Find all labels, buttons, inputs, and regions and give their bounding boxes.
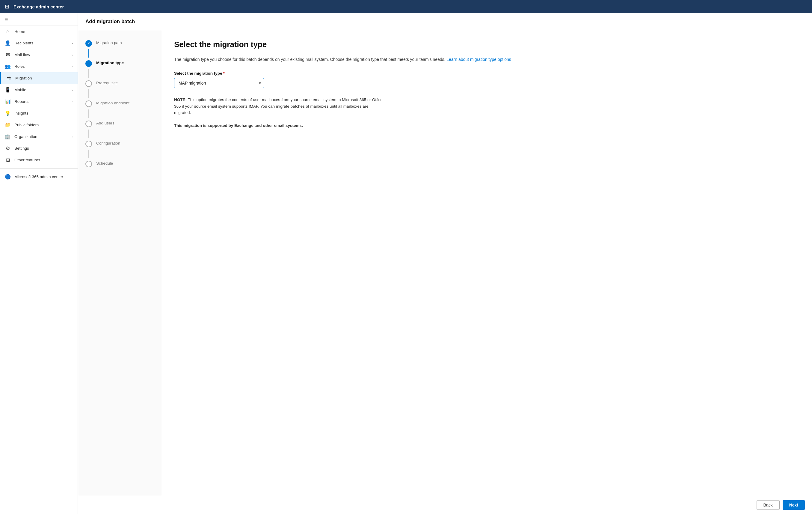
sidebar-label-mobile: Mobile — [14, 87, 68, 92]
wizard-step-migration-type[interactable]: Migration type — [78, 58, 162, 69]
wizard-connector-1 — [88, 69, 89, 78]
wizard-connector-5 — [88, 150, 89, 158]
sidebar-item-mail-flow[interactable]: ✉Mail flow› — [0, 49, 78, 60]
sidebar-collapse-button[interactable]: ≡ — [0, 13, 78, 26]
step-label-migration-path: Migration path — [96, 40, 122, 45]
wizard-step-add-users: Add users — [78, 118, 162, 130]
sidebar-item-other-features[interactable]: ⊞Other features — [0, 154, 78, 166]
step-label-schedule: Schedule — [96, 160, 113, 165]
wizard-step-schedule: Schedule — [78, 158, 162, 170]
migration-type-link[interactable]: Learn about migration type options — [446, 57, 511, 62]
note-footer: This migration is supported by Exchange … — [174, 123, 303, 128]
step-label-migration-type: Migration type — [96, 60, 124, 65]
step-label-migration-endpoint: Migration endpoint — [96, 100, 129, 105]
mail-flow-chevron: › — [71, 53, 73, 57]
modal-header: Add migration batch — [78, 13, 812, 30]
mail-flow-icon: ✉ — [5, 52, 11, 58]
migration-icon: ⇉ — [6, 75, 12, 81]
wizard-step-migration-endpoint: Migration endpoint — [78, 98, 162, 109]
sidebar-label-mail-flow: Mail flow — [14, 52, 68, 57]
migration-type-select-wrapper: IMAP migrationCutover migrationStaged mi… — [174, 78, 264, 88]
step-label-add-users: Add users — [96, 120, 114, 125]
public-folders-icon: 📁 — [5, 122, 11, 128]
mobile-icon: 📱 — [5, 87, 11, 93]
sidebar-label-insights: Insights — [14, 111, 73, 115]
content-heading: Select the migration type — [174, 40, 800, 49]
modal-footer: Back Next — [78, 496, 812, 514]
sidebar: ≡ ⌂Home👤Recipients›✉Mail flow›👥Roles›⇉Mi… — [0, 13, 78, 514]
modal-body: ✓ Migration path Migration type Prerequi… — [78, 30, 812, 496]
sidebar-item-roles[interactable]: 👥Roles› — [0, 60, 78, 72]
reports-icon: 📊 — [5, 99, 11, 104]
sidebar-label-home: Home — [14, 29, 73, 34]
sidebar-label-reports: Reports — [14, 99, 68, 104]
modal-overlay: Add migration batch ✓ Migration path Mig… — [78, 13, 812, 514]
sidebar-label-other-features: Other features — [14, 158, 73, 162]
modal-panel: Add migration batch ✓ Migration path Mig… — [78, 13, 812, 514]
wizard-step-migration-path[interactable]: ✓ Migration path — [78, 37, 162, 49]
step-indicator-migration-type — [85, 60, 92, 67]
sidebar-label-roles: Roles — [14, 64, 68, 69]
modal-title: Add migration batch — [85, 19, 135, 24]
reports-chevron: › — [71, 100, 73, 104]
settings-icon: ⚙ — [5, 145, 11, 151]
sidebar-item-home[interactable]: ⌂Home — [0, 26, 78, 37]
sidebar-label-organization: Organization — [14, 134, 68, 139]
field-label: Select the migration type* — [174, 71, 800, 76]
wizard-connector-0 — [88, 49, 89, 58]
recipients-chevron: › — [71, 42, 73, 45]
sidebar-item-insights[interactable]: 💡Insights — [0, 107, 78, 119]
waffle-icon[interactable]: ⊞ — [4, 2, 10, 11]
migration-type-select[interactable]: IMAP migrationCutover migrationStaged mi… — [174, 78, 264, 88]
next-button[interactable]: Next — [783, 500, 805, 510]
sidebar-item-organization[interactable]: 🏢Organization› — [0, 131, 78, 142]
step-indicator-migration-endpoint — [85, 101, 92, 107]
organization-icon: 🏢 — [5, 134, 11, 139]
organization-chevron: › — [71, 135, 73, 139]
sidebar-label-migration: Migration — [15, 76, 73, 80]
app-title: Exchange admin center — [13, 4, 64, 9]
sidebar-item-mobile[interactable]: 📱Mobile› — [0, 84, 78, 96]
step-indicator-schedule — [85, 161, 92, 167]
wizard-connector-4 — [88, 130, 89, 138]
collapse-icon: ≡ — [5, 16, 8, 23]
step-indicator-prerequisite — [85, 80, 92, 87]
wizard-connector-2 — [88, 89, 89, 98]
wizard-steps: ✓ Migration path Migration type Prerequi… — [78, 30, 162, 496]
step-indicator-configuration — [85, 141, 92, 147]
note-bold: NOTE: — [174, 98, 187, 102]
mobile-chevron: › — [71, 88, 73, 92]
sidebar-item-public-folders[interactable]: 📁Public folders — [0, 119, 78, 131]
sidebar-label-settings: Settings — [14, 146, 73, 151]
note-block: NOTE: This option migrates the contents … — [174, 97, 384, 129]
m365-label: Microsoft 365 admin center — [14, 174, 73, 179]
content-description: The migration type you choose for this b… — [174, 56, 800, 63]
sidebar-item-migration[interactable]: ⇉Migration — [0, 72, 78, 84]
recipients-icon: 👤 — [5, 40, 11, 46]
wizard-step-prerequisite: Prerequisite — [78, 78, 162, 89]
sidebar-item-m365[interactable]: 🔵 Microsoft 365 admin center — [0, 171, 78, 183]
sidebar-item-settings[interactable]: ⚙Settings — [0, 142, 78, 154]
insights-icon: 💡 — [5, 110, 11, 116]
roles-chevron: › — [71, 65, 73, 69]
wizard-step-configuration: Configuration — [78, 138, 162, 150]
topbar: ⊞ Exchange admin center — [0, 0, 812, 13]
sidebar-item-recipients[interactable]: 👤Recipients› — [0, 37, 78, 49]
sidebar-label-public-folders: Public folders — [14, 123, 73, 127]
roles-icon: 👥 — [5, 63, 11, 69]
note-text: This option migrates the contents of use… — [174, 98, 383, 115]
sidebar-item-reports[interactable]: 📊Reports› — [0, 96, 78, 107]
step-label-prerequisite: Prerequisite — [96, 80, 118, 85]
sidebar-label-recipients: Recipients — [14, 41, 68, 45]
other-features-icon: ⊞ — [5, 157, 11, 163]
back-button[interactable]: Back — [757, 500, 780, 510]
home-icon: ⌂ — [5, 29, 11, 34]
step-label-configuration: Configuration — [96, 140, 120, 145]
sidebar-divider — [0, 168, 78, 168]
wizard-connector-3 — [88, 109, 89, 118]
m365-icon: 🔵 — [5, 174, 11, 180]
step-indicator-add-users — [85, 120, 92, 127]
wizard-content: Select the migration type The migration … — [162, 30, 812, 496]
step-indicator-migration-path: ✓ — [85, 40, 92, 47]
